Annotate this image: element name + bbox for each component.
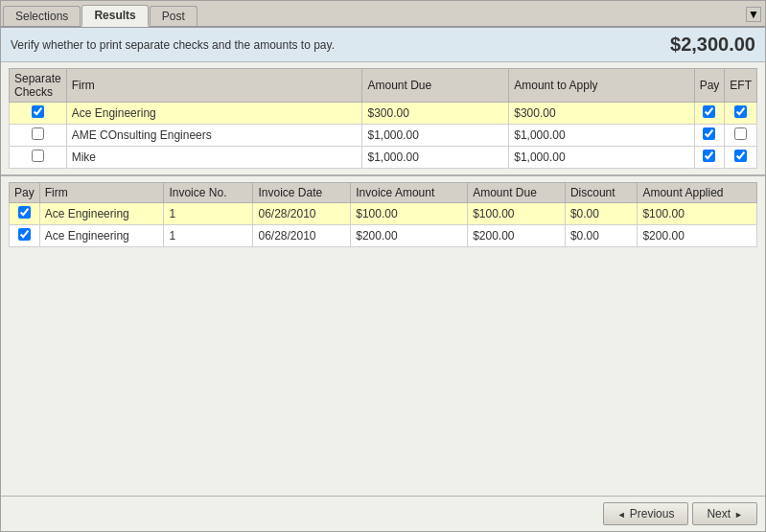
upper-pay-checkbox[interactable] [703, 105, 715, 118]
upper-separate-checks-checkbox[interactable] [32, 127, 44, 140]
main-container: Selections Results Post ▼ Verify whether… [0, 0, 766, 532]
lower-section: Pay Firm Invoice No. Invoice Date Invoic… [1, 176, 765, 496]
lower-header-firm: Firm [39, 183, 164, 203]
upper-table-row: AME COnsulting Engineers$1,000.00$1,000.… [10, 125, 757, 147]
upper-pay-cell [694, 147, 725, 169]
tab-post[interactable]: Post [150, 6, 197, 26]
upper-separate-checks-checkbox[interactable] [32, 105, 44, 118]
lower-discount-cell: $0.00 [565, 225, 638, 247]
upper-firm-cell: AME COnsulting Engineers [66, 125, 362, 147]
upper-header-separate-checks: Separate Checks [10, 69, 67, 103]
lower-header-pay: Pay [10, 183, 40, 203]
upper-separate-checks-cell [10, 103, 67, 125]
lower-header-invoice-date: Invoice Date [253, 183, 351, 203]
upper-section: Separate Checks Firm Amount Due Amount t… [1, 62, 765, 176]
upper-eft-checkbox[interactable] [734, 127, 747, 140]
previous-button[interactable]: Previous [603, 502, 689, 525]
info-message: Verify whether to print separate checks … [11, 38, 335, 52]
upper-header-firm: Firm [66, 69, 362, 103]
upper-amount-due-cell: $1,000.00 [362, 125, 509, 147]
tab-results[interactable]: Results [81, 5, 148, 27]
lower-header-discount: Discount [565, 183, 638, 203]
next-button[interactable]: Next [692, 502, 757, 525]
upper-table: Separate Checks Firm Amount Due Amount t… [9, 68, 757, 169]
upper-amount-to-apply-cell: $1,000.00 [509, 147, 694, 169]
lower-table-row: Ace Engineering106/28/2010$200.00$200.00… [10, 225, 757, 247]
upper-header-pay: Pay [694, 69, 725, 103]
upper-header-amount-to-apply: Amount to Apply [509, 69, 694, 103]
lower-invoice-date-cell: 06/28/2010 [253, 203, 351, 225]
footer: Previous Next [1, 496, 765, 531]
lower-header-amount-applied: Amount Applied [638, 183, 757, 203]
upper-pay-checkbox[interactable] [703, 150, 715, 162]
upper-pay-cell [694, 125, 725, 147]
lower-amount-due-cell: $100.00 [468, 203, 566, 225]
upper-firm-cell: Ace Engineering [66, 103, 362, 125]
upper-amount-due-cell: $1,000.00 [362, 147, 509, 169]
lower-pay-checkbox[interactable] [18, 206, 31, 219]
upper-table-row: Ace Engineering$300.00$300.00 [10, 103, 757, 125]
lower-header-amount-due: Amount Due [468, 183, 566, 203]
upper-eft-checkbox[interactable] [734, 105, 747, 118]
lower-firm-cell: Ace Engineering [39, 225, 164, 247]
upper-pay-checkbox[interactable] [703, 127, 715, 140]
tab-dropdown-button[interactable]: ▼ [746, 7, 761, 22]
upper-separate-checks-checkbox[interactable] [32, 150, 44, 162]
total-amount: $2,300.00 [670, 34, 755, 56]
tab-selections[interactable]: Selections [3, 6, 81, 26]
lower-amount-applied-cell: $100.00 [638, 203, 757, 225]
lower-header-invoice-no: Invoice No. [164, 183, 253, 203]
lower-invoice-date-cell: 06/28/2010 [253, 225, 351, 247]
next-label: Next [707, 507, 731, 520]
upper-header-amount-due: Amount Due [362, 69, 509, 103]
lower-invoice-amount-cell: $100.00 [351, 203, 468, 225]
lower-table: Pay Firm Invoice No. Invoice Date Invoic… [9, 182, 757, 247]
upper-separate-checks-cell [10, 125, 67, 147]
upper-table-row: Mike$1,000.00$1,000.00 [10, 147, 757, 169]
lower-pay-checkbox[interactable] [18, 228, 31, 241]
lower-amount-applied-cell: $200.00 [638, 225, 757, 247]
previous-label: Previous [630, 507, 675, 520]
lower-header-invoice-amount: Invoice Amount [351, 183, 468, 203]
upper-amount-to-apply-cell: $1,000.00 [509, 125, 694, 147]
tab-bar: Selections Results Post ▼ [1, 1, 765, 28]
upper-header-eft: EFT [725, 69, 757, 103]
lower-invoice-no-cell: 1 [164, 225, 253, 247]
lower-discount-cell: $0.00 [565, 203, 638, 225]
lower-table-row: Ace Engineering106/28/2010$100.00$100.00… [10, 203, 757, 225]
lower-pay-cell [10, 203, 40, 225]
upper-eft-checkbox[interactable] [734, 150, 747, 162]
previous-arrow-icon [617, 507, 626, 520]
upper-amount-due-cell: $300.00 [362, 103, 509, 125]
content-area: Separate Checks Firm Amount Due Amount t… [1, 62, 765, 496]
next-arrow-icon [734, 507, 743, 520]
upper-separate-checks-cell [10, 147, 67, 169]
upper-amount-to-apply-cell: $300.00 [509, 103, 694, 125]
lower-invoice-no-cell: 1 [164, 203, 253, 225]
upper-firm-cell: Mike [66, 147, 362, 169]
lower-firm-cell: Ace Engineering [39, 203, 164, 225]
lower-invoice-amount-cell: $200.00 [351, 225, 468, 247]
upper-pay-cell [694, 103, 725, 125]
upper-eft-cell [725, 103, 757, 125]
info-bar: Verify whether to print separate checks … [1, 28, 765, 62]
upper-eft-cell [725, 125, 757, 147]
upper-eft-cell [725, 147, 757, 169]
lower-amount-due-cell: $200.00 [468, 225, 566, 247]
lower-pay-cell [10, 225, 40, 247]
